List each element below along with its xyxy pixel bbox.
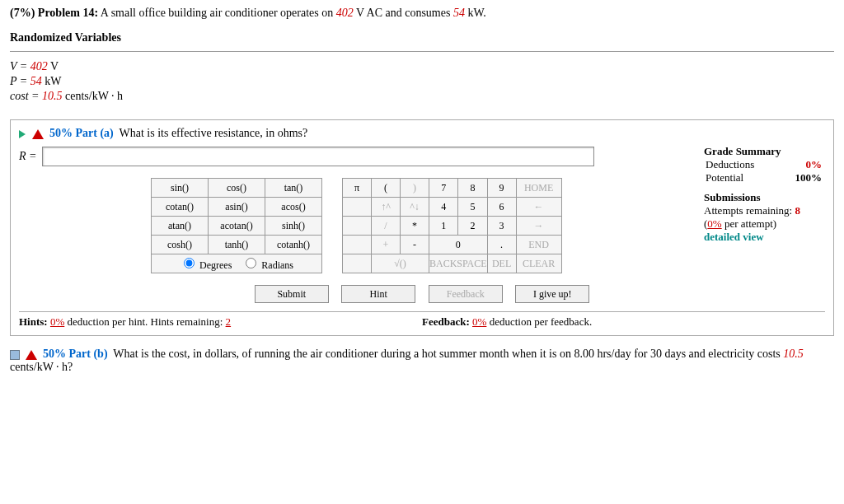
key-3[interactable]: 3 (487, 217, 516, 236)
problem-weight: (7%) (10, 7, 35, 19)
key-5[interactable]: 5 (458, 198, 487, 217)
problem-number: Problem 14: (38, 7, 98, 19)
part-b-q2: cents/kW · h? (10, 361, 73, 373)
key-down[interactable]: ^↓ (401, 198, 429, 217)
answer-prefix: R = (19, 150, 37, 163)
function-keys: sin()cos()tan() cotan()asin()acos() atan… (151, 178, 322, 273)
part-a-question: What is its effective resistance, in ohm… (120, 127, 308, 139)
key-8[interactable]: 8 (458, 179, 487, 198)
key-acotan[interactable]: acotan() (209, 217, 265, 236)
key-right[interactable]: → (516, 217, 561, 236)
problem-text-3: kW. (465, 7, 486, 19)
power-value: 54 (453, 7, 465, 19)
key-slash[interactable]: / (372, 217, 401, 236)
key-up[interactable]: ↑^ (372, 198, 401, 217)
key-plus[interactable]: + (372, 236, 401, 254)
number-keys: π ( ) 7 8 9 HOME ↑^ ^↓ 4 5 6 ← / * (342, 178, 562, 273)
key-2[interactable]: 2 (458, 217, 487, 236)
degrees-radio[interactable]: Degrees (180, 259, 232, 271)
key-tan[interactable]: tan() (265, 179, 322, 198)
part-b-header: 50% Part (b) What is the cost, in dollar… (10, 348, 834, 374)
key-del[interactable]: DEL (487, 254, 516, 273)
key-dot[interactable]: . (487, 236, 516, 254)
key-home[interactable]: HOME (516, 179, 561, 198)
hints-info: Hints: 0% deduction per hint. Hints rema… (19, 315, 422, 329)
key-asin[interactable]: asin() (209, 198, 265, 217)
key-0[interactable]: 0 (429, 236, 488, 254)
key-rparen[interactable]: ) (401, 179, 429, 198)
divider (10, 51, 834, 52)
warning-icon (26, 350, 37, 360)
grade-panel: Grade Summary Deductions0% Potential100%… (704, 145, 823, 244)
giveup-button[interactable]: I give up! (515, 285, 589, 303)
var-power: P = 54 kW (10, 75, 834, 88)
key-end[interactable]: END (516, 236, 561, 254)
key-sqrt[interactable]: √() (372, 254, 429, 273)
var-voltage: V = 402 V (10, 60, 834, 73)
voltage-value: 402 (336, 7, 354, 19)
problem-header: (7%) Problem 14: A small office building… (10, 7, 834, 20)
warning-icon (32, 129, 44, 139)
action-row: Submit Hint Feedback I give up! (19, 285, 825, 303)
collapse-icon[interactable] (10, 350, 20, 360)
key-left[interactable]: ← (516, 198, 561, 217)
problem-text-2: V AC and consumes (354, 7, 453, 19)
part-b-cost: 10.5 (783, 348, 804, 360)
key-4[interactable]: 4 (429, 198, 458, 217)
feedback-button[interactable]: Feedback (429, 285, 503, 303)
key-1[interactable]: 1 (429, 217, 458, 236)
submissions-title: Submissions (704, 191, 823, 204)
key-tanh[interactable]: tanh() (209, 236, 265, 254)
key-acos[interactable]: acos() (265, 198, 322, 217)
detailed-view-link[interactable]: detailed view (704, 231, 823, 244)
key-star[interactable]: * (401, 217, 429, 236)
key-minus[interactable]: - (401, 236, 429, 254)
expand-icon[interactable] (19, 130, 26, 138)
hint-button[interactable]: Hint (341, 285, 415, 303)
key-sin[interactable]: sin() (152, 179, 209, 198)
key-pi[interactable]: π (343, 179, 372, 198)
key-cos[interactable]: cos() (209, 179, 265, 198)
part-b-q1: What is the cost, in dollars, of running… (113, 348, 783, 360)
submit-button[interactable]: Submit (255, 285, 329, 303)
problem-text-1: A small office building air conditioner … (101, 7, 336, 19)
key-6[interactable]: 6 (487, 198, 516, 217)
key-9[interactable]: 9 (487, 179, 516, 198)
grade-table: Deductions0% Potential100% (704, 158, 823, 184)
key-atan[interactable]: atan() (152, 217, 209, 236)
footer-hints: Hints: 0% deduction per hint. Hints rema… (19, 311, 825, 329)
key-cotan[interactable]: cotan() (152, 198, 209, 217)
randomized-vars-title: Randomized Variables (10, 31, 834, 44)
key-cosh[interactable]: cosh() (152, 236, 209, 254)
var-cost: cost = 10.5 cents/kW · h (10, 90, 834, 103)
key-sinh[interactable]: sinh() (265, 217, 322, 236)
part-a-box: 50% Part (a) What is its effective resis… (10, 119, 834, 336)
key-clear[interactable]: CLEAR (516, 254, 561, 273)
answer-input[interactable] (42, 147, 594, 166)
key-cotanh[interactable]: cotanh() (265, 236, 322, 254)
key-7[interactable]: 7 (429, 179, 458, 198)
part-a-header: 50% Part (a) What is its effective resis… (19, 127, 825, 140)
grade-summary-title: Grade Summary (704, 145, 823, 158)
key-lparen[interactable]: ( (372, 179, 401, 198)
key-backspace[interactable]: BACKSPACE (429, 254, 488, 273)
radians-radio[interactable]: Radians (241, 259, 293, 271)
feedback-info: Feedback: 0% deduction per feedback. (422, 315, 825, 329)
